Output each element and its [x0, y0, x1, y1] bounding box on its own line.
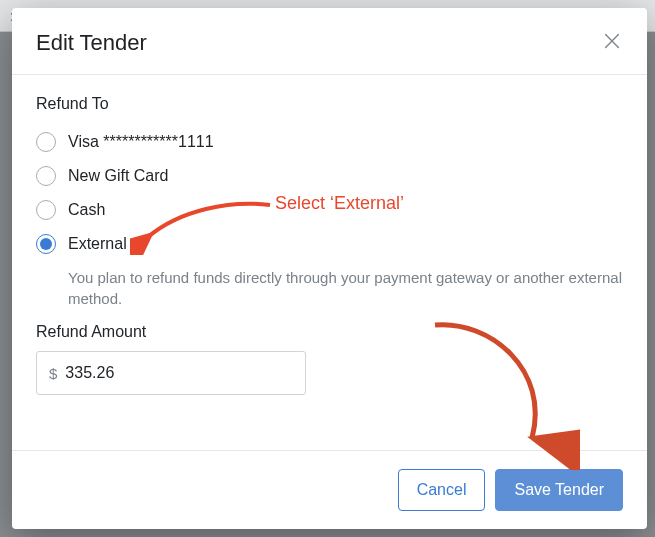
- option-label: New Gift Card: [68, 167, 168, 185]
- option-visa[interactable]: Visa ************1111: [36, 125, 623, 159]
- refund-amount-input-wrap[interactable]: $: [36, 351, 306, 395]
- currency-icon: $: [49, 365, 57, 382]
- save-tender-button[interactable]: Save Tender: [495, 469, 623, 511]
- option-new-gift-card[interactable]: New Gift Card: [36, 159, 623, 193]
- option-label: Visa ************1111: [68, 133, 214, 151]
- modal-body: Refund To Visa ************1111 New Gift…: [12, 75, 647, 450]
- radio-icon: [36, 132, 56, 152]
- edit-tender-modal: Edit Tender Refund To Visa ************1…: [12, 8, 647, 529]
- option-cash[interactable]: Cash: [36, 193, 623, 227]
- radio-icon: [36, 200, 56, 220]
- external-help-text: You plan to refund funds directly throug…: [68, 267, 623, 309]
- option-external[interactable]: External: [36, 227, 623, 261]
- close-icon[interactable]: [601, 30, 623, 56]
- radio-icon: [36, 166, 56, 186]
- modal-footer: Cancel Save Tender: [12, 450, 647, 529]
- radio-icon: [36, 234, 56, 254]
- option-label: Cash: [68, 201, 105, 219]
- refund-to-label: Refund To: [36, 95, 623, 113]
- modal-title: Edit Tender: [36, 30, 147, 56]
- option-label: External: [68, 235, 127, 253]
- cancel-button[interactable]: Cancel: [398, 469, 486, 511]
- refund-amount-label: Refund Amount: [36, 323, 623, 341]
- refund-amount-input[interactable]: [65, 364, 293, 382]
- refund-amount-block: Refund Amount $: [36, 323, 623, 395]
- modal-header: Edit Tender: [12, 8, 647, 75]
